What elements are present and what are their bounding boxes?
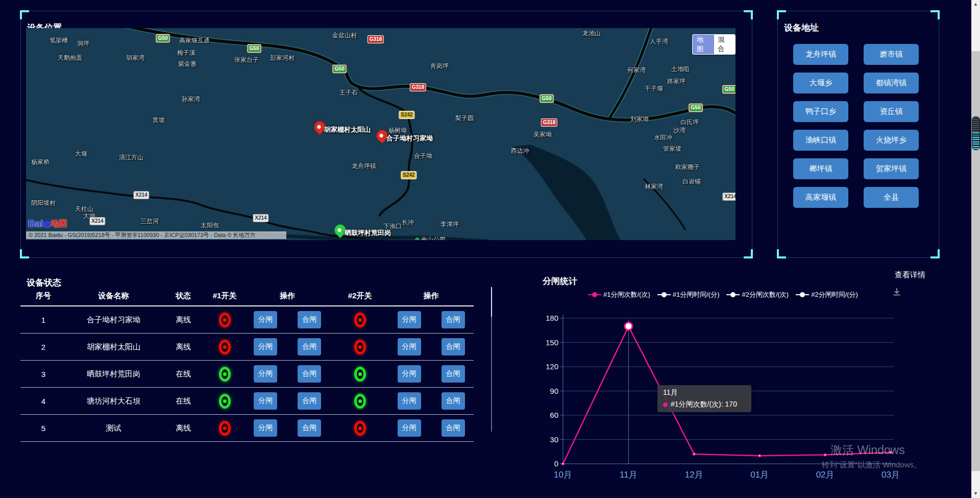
close-switch-button[interactable]: 合闸 — [298, 365, 321, 383]
windows-activation-watermark-sub: 转到“设置”以激活 Windows。 — [822, 460, 921, 470]
close-switch-button[interactable]: 合闸 — [442, 392, 465, 410]
legend-item[interactable]: #2分闸时间/(分) — [796, 290, 858, 299]
scrollbar-up-arrow[interactable]: ▲ — [971, 2, 980, 7]
road-badge: X214 — [723, 193, 736, 200]
close-switch-button[interactable]: 合闸 — [442, 419, 465, 437]
open-switch-button[interactable]: 分闸 — [398, 392, 421, 410]
tooltip-month: 11月 — [663, 388, 746, 397]
address-button[interactable]: 高家堰镇 — [793, 187, 848, 208]
baidu-logo: Bai 地图 — [28, 217, 67, 230]
open-switch-button[interactable]: 分闸 — [254, 311, 277, 328]
map-place-label: 长冲 — [402, 218, 414, 227]
switch2-operations: 分闸合闸 — [388, 419, 474, 437]
road-badge: X214 — [90, 218, 105, 225]
close-switch-button[interactable]: 合闸 — [442, 365, 465, 383]
baidu-map[interactable]: 笔架槽洞坪天鹅抱蛋胡家湾高家堰互通梅子溪紫金寨张家台子彭家河村金盆山村龙池山人手… — [26, 28, 736, 240]
close-switch-button[interactable]: 合闸 — [442, 311, 465, 328]
device-location-panel: 设备位置 笔架槽洞坪天鹅抱蛋胡家湾高家堰互通梅子溪紫金寨张家台子彭家河村金盆山村… — [20, 11, 752, 258]
map-place-label: 清江方山 — [119, 153, 143, 162]
switch2-indicator — [354, 340, 366, 354]
open-switch-button[interactable]: 分闸 — [254, 365, 277, 383]
address-button[interactable]: 渔峡口镇 — [793, 130, 848, 151]
open-switch-button[interactable]: 分闸 — [398, 365, 421, 383]
switch1-indicator — [219, 421, 231, 436]
scrollbar-down-arrow[interactable]: ▼ — [971, 491, 980, 496]
switch2-operations: 分闸合闸 — [388, 365, 474, 383]
scrollbar-widget[interactable] — [972, 116, 980, 150]
device-name: 胡家棚村太阳山 — [87, 342, 140, 352]
address-button[interactable]: 资丘镇 — [864, 101, 919, 122]
map-place-label: 欧家圈子 — [675, 163, 700, 172]
road-badge: G50 — [690, 104, 702, 111]
close-switch-button[interactable]: 合闸 — [298, 338, 321, 355]
map-marker-label: 晒鼓坪村荒田岗 — [345, 228, 391, 238]
map-place-label: 大堰 — [75, 150, 87, 158]
switch1-indicator — [219, 367, 231, 382]
switch2-operations: 分闸合闸 — [388, 338, 474, 355]
table-row: 1合子坳村习家坳离线分闸合闸分闸合闸 — [20, 306, 474, 334]
map-type-map-button[interactable]: 地图 — [693, 35, 714, 54]
map-place-label: 青岗坪 — [430, 62, 449, 70]
device-address-panel: 设备地址 龙舟坪镇磨市镇大堰乡都镇湾镇鸭子口乡资丘镇渔峡口镇火烧坪乡榔坪镇贺家坪… — [777, 11, 939, 258]
map-place-label: 何家湾 — [627, 66, 646, 75]
svg-text:60: 60 — [550, 411, 558, 419]
map-place-label: 土地咀 — [671, 65, 690, 74]
map-place-label: 张家台子 — [234, 56, 259, 64]
legend-item[interactable]: #2分闸次数/(次) — [726, 290, 789, 299]
map-place-label: 紫金寨 — [178, 60, 197, 68]
map-place-label: 李潭坪 — [440, 220, 459, 229]
table-header-cell: #2开关 — [348, 291, 372, 301]
close-switch-button[interactable]: 合闸 — [298, 311, 321, 328]
device-state: 离线 — [176, 342, 191, 352]
open-switch-button[interactable]: 分闸 — [254, 392, 277, 410]
address-button[interactable]: 龙舟坪镇 — [793, 44, 848, 65]
open-switch-button[interactable]: 分闸 — [254, 338, 277, 355]
view-details-link[interactable]: 查看详情 — [895, 270, 925, 280]
address-button[interactable]: 火烧坪乡 — [864, 130, 919, 151]
close-switch-button[interactable]: 合闸 — [298, 419, 321, 437]
baidu-paw-icon — [44, 222, 50, 227]
address-button[interactable]: 都镇湾镇 — [864, 73, 919, 93]
map-place-label: 梨子园 — [455, 114, 474, 123]
address-button[interactable]: 贺家坪镇 — [864, 158, 919, 179]
road-badge: G318 — [410, 84, 426, 91]
open-switch-button[interactable]: 分闸 — [398, 419, 421, 437]
legend-item[interactable]: #1分闸时间/(分) — [657, 290, 720, 299]
road-badge: G50 — [333, 65, 346, 73]
svg-text:90: 90 — [550, 387, 558, 395]
page-scrollbar-thumb[interactable] — [971, 51, 980, 471]
chart-legend: #1分闸次数/(次)#1分闸时间/(分)#2分闸次数/(次)#2分闸时间/(分) — [588, 290, 858, 299]
address-button[interactable]: 磨市镇 — [864, 44, 919, 65]
map-place-label: 刘家坳 — [630, 115, 649, 124]
device-name: 合子坳村习家坳 — [87, 315, 140, 325]
road-badge: X214 — [253, 215, 268, 222]
legend-item[interactable]: #1分闸次数/(次) — [588, 290, 650, 299]
table-row: 5测试离线分闸合闸分闸合闸 — [20, 415, 474, 442]
tooltip-value: #1分闸次数/(次): 170 — [671, 400, 737, 409]
device-state: 离线 — [176, 315, 191, 325]
switch2-indicator — [354, 367, 366, 382]
table-row: 2胡家棚村太阳山离线分闸合闸分闸合闸 — [20, 334, 474, 361]
close-switch-button[interactable]: 合闸 — [298, 392, 321, 410]
table-scrollbar[interactable] — [491, 287, 492, 432]
map-type-hybrid-button[interactable]: 混合 — [714, 35, 736, 54]
address-button[interactable]: 榔坪镇 — [793, 158, 848, 179]
map-marker-label: 胡家棚村太阳山 — [324, 125, 371, 134]
open-switch-button[interactable]: 分闸 — [254, 419, 277, 437]
open-switch-button[interactable]: 分闸 — [398, 338, 421, 355]
open-switch-button[interactable]: 分闸 — [398, 311, 421, 328]
address-button[interactable]: 大堰乡 — [793, 73, 848, 93]
address-button[interactable]: 全县 — [864, 187, 919, 208]
map-place-label: 太阳包 — [201, 221, 219, 230]
svg-text:0: 0 — [554, 459, 558, 468]
close-switch-button[interactable]: 合闸 — [442, 338, 465, 355]
address-panel-title: 设备地址 — [784, 22, 819, 34]
table-row: 4塘坊河村大石坝在线分闸合闸分闸合闸 — [20, 388, 474, 415]
svg-text:03月: 03月 — [881, 470, 900, 480]
download-icon[interactable] — [892, 287, 902, 297]
map-place-label: 龙舟坪镇 — [352, 162, 376, 171]
switch1-indicator — [219, 313, 231, 327]
corner-decoration — [777, 249, 786, 258]
map-place-label: 王子石 — [339, 88, 358, 97]
address-button[interactable]: 鸭子口乡 — [793, 101, 848, 122]
